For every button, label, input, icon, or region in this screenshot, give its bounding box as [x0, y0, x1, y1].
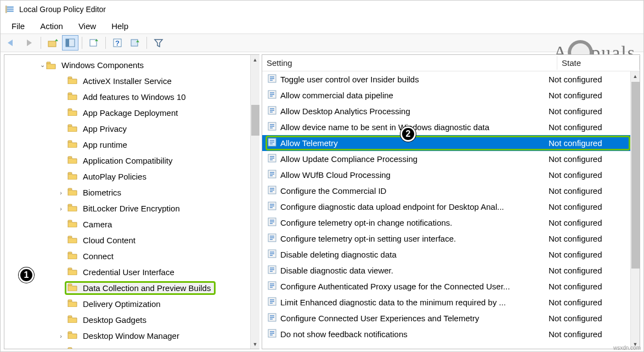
chevron-down-icon[interactable]: ⌄ [38, 62, 46, 69]
tree-scroll[interactable]: ⌄ Windows Components ActiveX Installer S… [4, 55, 250, 349]
policy-name: Configure telemetry opt-in change notifi… [280, 218, 549, 227]
menu-action[interactable]: Action [32, 20, 71, 32]
tree-scrollbar[interactable]: ▲ ▼ [250, 55, 259, 349]
policy-row[interactable]: Do not show feedback notificationsNot co… [262, 326, 630, 342]
window: Local Group Policy Editor File Action Vi… [0, 0, 644, 352]
policy-row[interactable]: Configure Connected User Experiences and… [262, 310, 630, 326]
svg-rect-14 [68, 109, 72, 110]
tree-item[interactable]: ›Biometrics [4, 185, 250, 200]
tree-item[interactable]: App Privacy [4, 121, 250, 137]
policy-state: Not configured [549, 107, 626, 116]
policy-state: Not configured [549, 170, 626, 180]
back-button[interactable] [3, 35, 20, 51]
properties-button[interactable] [127, 35, 143, 51]
tree-item[interactable]: ›BitLocker Drive Encryption [4, 200, 250, 216]
menu-view[interactable]: View [71, 20, 104, 32]
export-button[interactable] [86, 35, 102, 51]
policy-state: Not configured [549, 218, 626, 227]
tree-item[interactable]: Add features to Windows 10 [4, 89, 250, 105]
policy-icon [267, 185, 280, 197]
tree-item[interactable]: Delivery Optimization [4, 296, 250, 312]
titlebar: Local Group Policy Editor [1, 1, 643, 18]
scroll-up-button[interactable]: ▲ [631, 71, 640, 81]
forward-button[interactable] [21, 35, 37, 51]
policy-row[interactable]: Configure the Commercial IDNot configure… [262, 183, 630, 199]
policy-row[interactable]: Disable deleting diagnostic dataNot conf… [262, 247, 630, 262]
policy-row[interactable]: Configure telemetry opt-in setting user … [262, 231, 630, 247]
scroll-up-button[interactable]: ▲ [251, 55, 260, 64]
scroll-thumb[interactable] [251, 105, 259, 136]
svg-rect-17 [68, 157, 72, 158]
policy-icon [267, 328, 280, 340]
svg-rect-10 [131, 40, 138, 46]
tree-item[interactable]: Device and Driver Compatibility [4, 344, 250, 349]
tree-item[interactable]: Data Collection and Preview Builds [4, 280, 250, 296]
policy-row[interactable]: Configure telemetry opt-in change notifi… [262, 215, 630, 231]
policy-row[interactable]: Allow TelemetryNot configured [262, 135, 630, 151]
tree-item[interactable]: Camera [4, 216, 250, 232]
svg-rect-6 [66, 39, 69, 47]
svg-rect-2 [6, 10, 14, 12]
tree-item[interactable]: Cloud Content [4, 232, 250, 248]
svg-rect-89 [270, 303, 273, 304]
policy-name: Configure telemetry opt-in setting user … [280, 234, 549, 243]
policy-row[interactable]: Disable diagnostic data viewer.Not confi… [262, 262, 630, 278]
menu-file[interactable]: File [4, 20, 32, 32]
folder-icon [67, 267, 81, 277]
chevron-right-icon[interactable]: › [57, 205, 65, 212]
tree-item[interactable]: Credential User Interface [4, 264, 250, 280]
svg-rect-67 [270, 220, 274, 221]
tree-item[interactable]: App runtime [4, 137, 250, 153]
tree-label: Data Collection and Preview Builds [81, 283, 213, 293]
up-button[interactable] [44, 35, 61, 51]
policy-icon [267, 201, 280, 213]
grid-scrollbar[interactable]: ▲ ▼ [630, 71, 640, 349]
chevron-right-icon[interactable]: › [57, 189, 65, 196]
policy-row[interactable]: Configure Authenticated Proxy usage for … [262, 278, 630, 294]
folder-icon [67, 172, 81, 181]
help-button[interactable]: ? [109, 35, 126, 51]
tree-label: Device and Driver Compatibility [81, 347, 200, 349]
policy-row[interactable]: Toggle user control over Insider buildsN… [262, 71, 630, 87]
chevron-right-icon[interactable]: › [57, 333, 65, 339]
policy-icon [267, 249, 280, 260]
column-setting[interactable]: Setting [262, 56, 557, 70]
tree-item[interactable]: App Package Deployment [4, 105, 250, 121]
scroll-down-button[interactable]: ▼ [251, 339, 260, 349]
policy-row[interactable]: Allow WUfB Cloud ProcessingNot configure… [262, 167, 630, 183]
tree-item[interactable]: Desktop Gadgets [4, 312, 250, 328]
tree-label: Windows Components [59, 60, 146, 70]
tree-item[interactable]: ›Desktop Window Manager [4, 328, 250, 344]
menu-help[interactable]: Help [104, 20, 136, 32]
policy-row[interactable]: Allow Update Compliance ProcessingNot co… [262, 151, 630, 167]
policy-icon [267, 90, 280, 101]
grid-body[interactable]: Toggle user control over Insider buildsN… [262, 71, 630, 349]
policy-row[interactable]: Configure diagnostic data upload endpoin… [262, 199, 630, 215]
policy-icon [267, 233, 280, 244]
tree-item[interactable]: ActiveX Installer Service [4, 73, 250, 89]
tree-item[interactable]: Connect [4, 248, 250, 264]
scroll-thumb[interactable] [631, 82, 640, 269]
toolbar-separator [146, 37, 147, 49]
policy-icon [267, 169, 280, 181]
tree-label: Desktop Gadgets [81, 315, 149, 325]
svg-rect-79 [270, 267, 274, 269]
tree-root[interactable]: ⌄ Windows Components [4, 57, 250, 73]
policy-row[interactable]: Allow Desktop Analytics ProcessingNot co… [262, 103, 630, 119]
tree-pane: 1 ⌄ Windows Components ActiveX Installer… [4, 54, 259, 349]
policy-state: Not configured [549, 122, 626, 132]
column-state[interactable]: State [557, 56, 640, 70]
show-hide-tree-button[interactable] [62, 35, 78, 51]
toolbar: ? [1, 33, 643, 52]
tree-item[interactable]: Application Compatibility [4, 153, 250, 169]
tree-label: AutoPlay Policies [81, 171, 149, 182]
svg-rect-49 [270, 143, 273, 144]
svg-rect-23 [68, 252, 72, 254]
folder-icon [67, 124, 81, 133]
tree-item[interactable]: AutoPlay Policies [4, 169, 250, 185]
policy-row[interactable]: Allow commercial data pipelineNot config… [262, 87, 630, 103]
policy-row[interactable]: Allow device name to be sent in Windows … [262, 119, 630, 135]
policy-row[interactable]: Limit Enhanced diagnostic data to the mi… [262, 294, 630, 310]
filter-button[interactable] [150, 35, 167, 51]
svg-rect-71 [270, 236, 274, 237]
